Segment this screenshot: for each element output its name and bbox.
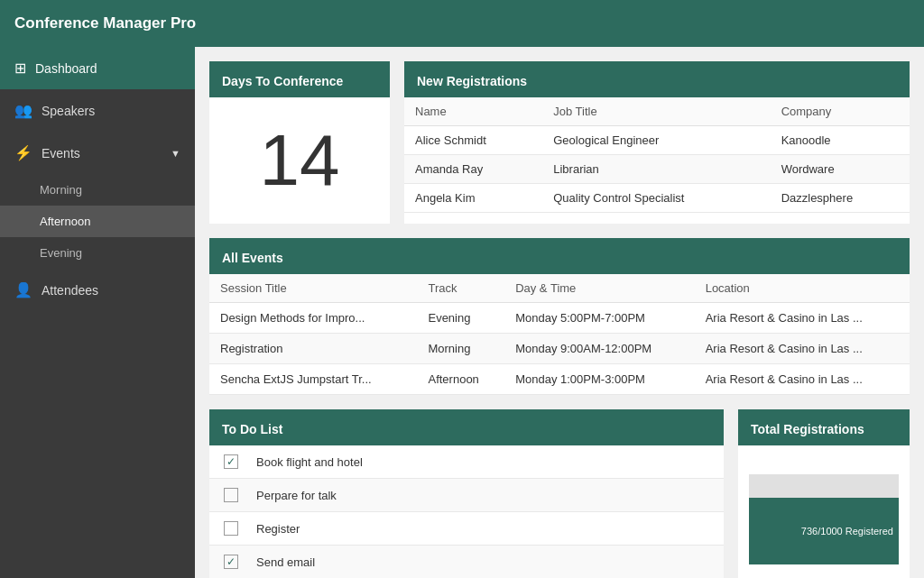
table-row: Alice Schmidt Geological Engineer Kanood… <box>404 126 910 155</box>
dashboard-icon: ⊞ <box>14 60 26 77</box>
reg-company: Dazzlesphere <box>771 184 910 213</box>
app-header: Conference Manager Pro <box>0 0 924 47</box>
todo-item-label: Send email <box>256 555 315 569</box>
list-item: ✓ Book flight and hotel <box>209 445 724 479</box>
sidebar-sub-morning[interactable]: Morning <box>0 174 195 206</box>
total-reg-header: Total Registrations <box>738 413 910 445</box>
progress-label: 736/1000 Registered <box>796 524 899 538</box>
sidebar-item-dashboard[interactable]: ⊞ Dashboard <box>0 47 195 89</box>
sidebar-sub-morning-label: Morning <box>40 183 82 197</box>
reg-name: Amanda Ray <box>404 155 542 184</box>
progress-container: 736/1000 Registered <box>738 445 910 575</box>
event-daytime: Monday 9:00AM-12:00PM <box>504 334 695 364</box>
sidebar-sub-afternoon-label: Afternoon <box>40 215 90 228</box>
todo-checkbox[interactable] <box>224 488 238 502</box>
reg-col-jobtitle: Job Title <box>542 97 770 126</box>
event-daytime: Monday 5:00PM-7:00PM <box>504 303 695 334</box>
reg-col-company: Company <box>771 97 910 126</box>
table-row: Amanda Ray Librarian Wordware <box>404 155 910 184</box>
todo-checkbox[interactable]: ✓ <box>224 555 238 569</box>
events-col-track: Track <box>417 274 504 303</box>
attendees-icon: 👤 <box>14 281 32 298</box>
table-row: Design Methods for Impro... Evening Mond… <box>209 303 910 334</box>
table-row: Sencha ExtJS Jumpstart Tr... Afternoon M… <box>209 364 910 395</box>
all-events-card: All Events Session Title Track Day & Tim… <box>209 238 910 395</box>
progress-bar-fill: 736/1000 Registered <box>749 498 899 564</box>
reg-name: Alice Schmidt <box>404 126 542 155</box>
table-row: Registration Morning Monday 9:00AM-12:00… <box>209 334 910 364</box>
days-to-conference-card: Days To Conference 14 <box>209 61 390 224</box>
reg-jobtitle: Librarian <box>542 155 770 184</box>
todo-card: To Do List ✓ Book flight and hotel Perpa… <box>209 409 724 578</box>
days-count: 14 <box>209 97 390 224</box>
progress-bar-track: 736/1000 Registered <box>749 474 899 564</box>
list-item: Register <box>209 512 724 546</box>
todo-checkbox[interactable] <box>224 521 238 536</box>
todo-card-header: To Do List <box>209 413 724 445</box>
event-location: Aria Resort & Casino in Las ... <box>695 303 910 334</box>
event-location: Aria Resort & Casino in Las ... <box>695 334 910 364</box>
sidebar-sub-afternoon[interactable]: Afternoon <box>0 206 195 237</box>
bottom-row: To Do List ✓ Book flight and hotel Perpa… <box>209 409 910 578</box>
app-title: Conference Manager Pro <box>14 14 196 32</box>
event-daytime: Monday 1:00PM-3:00PM <box>504 364 695 395</box>
total-registrations-card: Total Registrations 736/1000 Registered <box>738 409 910 578</box>
todo-item-label: Register <box>256 522 300 536</box>
reg-jobtitle: Quality Control Specialist <box>542 184 770 213</box>
event-location: Aria Resort & Casino in Las ... <box>695 364 910 395</box>
sidebar-item-attendees[interactable]: 👤 Attendees <box>0 269 195 311</box>
events-card-header: All Events <box>209 242 910 274</box>
events-icon: ⚡ <box>14 144 32 161</box>
event-title: Sencha ExtJS Jumpstart Tr... <box>209 364 417 395</box>
events-col-location: Location <box>695 274 910 303</box>
sidebar-item-events[interactable]: ⚡ Events ▼ <box>0 132 195 174</box>
reg-jobtitle: Geological Engineer <box>542 126 770 155</box>
event-track: Evening <box>417 303 504 334</box>
events-col-title: Session Title <box>209 274 417 303</box>
speakers-icon: 👥 <box>14 102 32 119</box>
chevron-down-icon: ▼ <box>171 148 180 159</box>
top-row: Days To Conference 14 New Registrations … <box>209 61 910 224</box>
list-item: Perpare for talk <box>209 479 724 512</box>
todo-list: ✓ Book flight and hotel Perpare for talk… <box>209 445 724 578</box>
event-track: Morning <box>417 334 504 364</box>
events-col-daytime: Day & Time <box>504 274 695 303</box>
sidebar-item-events-label: Events <box>42 146 80 161</box>
todo-item-label: Perpare for talk <box>256 489 337 502</box>
new-registrations-card: New Registrations Name Job Title Company… <box>404 61 910 224</box>
reg-name: Angela Kim <box>404 184 542 213</box>
todo-item-label: Book flight and hotel <box>256 455 363 469</box>
todo-checkbox[interactable]: ✓ <box>224 454 238 469</box>
main-layout: ⊞ Dashboard 👥 Speakers ⚡ Events ▼ Mornin… <box>0 47 924 578</box>
sidebar-item-speakers-label: Speakers <box>42 104 95 118</box>
reg-company: Wordware <box>771 155 910 184</box>
list-item: ✓ Send email <box>209 546 724 578</box>
registrations-table: Name Job Title Company Alice Schmidt Geo… <box>404 97 910 213</box>
sidebar-sub-evening-label: Evening <box>40 246 82 260</box>
table-row: Angela Kim Quality Control Specialist Da… <box>404 184 910 213</box>
reg-col-name: Name <box>404 97 542 126</box>
sidebar: ⊞ Dashboard 👥 Speakers ⚡ Events ▼ Mornin… <box>0 47 195 578</box>
days-card-header: Days To Conference <box>209 65 390 97</box>
sidebar-sub-evening[interactable]: Evening <box>0 237 195 269</box>
sidebar-item-speakers[interactable]: 👥 Speakers <box>0 89 195 132</box>
reg-company: Kanoodle <box>771 126 910 155</box>
sidebar-item-dashboard-label: Dashboard <box>35 61 97 76</box>
events-table: Session Title Track Day & Time Location … <box>209 274 910 395</box>
sidebar-item-attendees-label: Attendees <box>42 283 98 298</box>
event-title: Design Methods for Impro... <box>209 303 417 334</box>
registrations-card-header: New Registrations <box>404 65 910 97</box>
event-title: Registration <box>209 334 417 364</box>
event-track: Afternoon <box>417 364 504 395</box>
content-area: Days To Conference 14 New Registrations … <box>195 47 924 578</box>
